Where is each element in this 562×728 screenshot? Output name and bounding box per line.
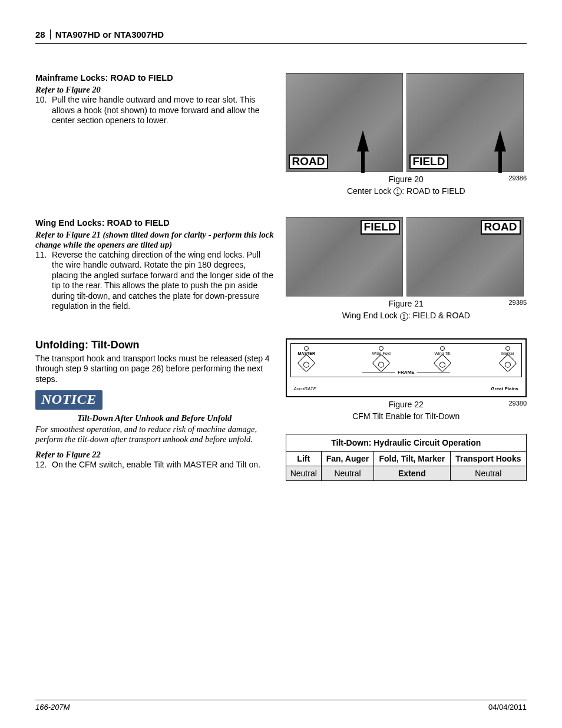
field-label: FIELD: [409, 154, 449, 169]
table-cell: Neutral: [286, 466, 321, 480]
figure-21-photo-field: FIELD: [286, 217, 403, 297]
unfolding-refer: Refer to Figure 22: [35, 450, 274, 460]
road-label: ROAD: [289, 154, 329, 169]
knob-icon: [297, 354, 316, 372]
notice-badge: NOTICE: [35, 390, 103, 410]
caption-prefix: Center Lock: [347, 186, 394, 196]
wingend-heading: Wing End Locks: ROAD to FIELD: [35, 218, 274, 228]
table-header: Fold, Tilt, Marker: [374, 451, 451, 466]
caption-suffix: : ROAD to FIELD: [402, 186, 465, 196]
footer-doc-id: 166-207M: [35, 703, 70, 711]
road-label: ROAD: [481, 220, 521, 235]
table-header: Transport Hooks: [450, 451, 526, 466]
notice-title: Tilt-Down After Unhook and Before Unfold: [35, 413, 274, 423]
caption-prefix: Wing End Lock: [342, 311, 400, 320]
figure-22-diagram: MASTER Wing Fold Wing Tilt: [286, 338, 527, 397]
step-number: 10.: [35, 95, 52, 126]
page-number: 28: [35, 29, 51, 39]
step-10: 10. Pull the wire handle outward and mov…: [35, 95, 274, 126]
unfolding-body: The transport hook and transport locks m…: [35, 354, 274, 385]
step-text: On the CFM switch, enable Tilt with MAST…: [52, 460, 274, 470]
table-header: Fan, Auger: [321, 451, 373, 466]
notice-body: For smoothest operation, and to reduce r…: [35, 424, 274, 445]
step-12: 12. On the CFM switch, enable Tilt with …: [35, 460, 274, 470]
figure-22-caption: Figure 2229380 CFM Tilt Enable for Tilt-…: [286, 400, 527, 421]
switch-wing-fold: Wing Fold: [372, 346, 391, 370]
figure-id: 29386: [508, 174, 527, 182]
circled-number-icon: 1: [394, 187, 402, 196]
left-column: Mainframe Locks: ROAD to FIELD Refer to …: [35, 73, 274, 481]
figure-number: Figure 21: [389, 299, 424, 308]
caption-suffix: : FIELD & ROAD: [408, 311, 470, 320]
figure-number: Figure 20: [389, 174, 424, 184]
step-11: 11. Reverse the catching direction of th…: [35, 250, 274, 312]
step-text: Pull the wire handle outward and move to…: [52, 95, 274, 126]
wingend-refer: Refer to Figure 21 (shown tilted down fo…: [35, 230, 274, 250]
knob-icon: [498, 354, 517, 372]
figure-21-caption: Figure 2129385 Wing End Lock 1: FIELD & …: [286, 299, 527, 320]
switch-wing-tilt: Wing Tilt: [435, 346, 451, 370]
figure-20-photo-road: ROAD: [286, 73, 403, 172]
mainframe-heading: Mainframe Locks: ROAD to FIELD: [35, 73, 274, 83]
knob-icon: [372, 354, 391, 372]
figure-20-images: ROAD FIELD: [286, 73, 527, 172]
arrow-up-icon: [494, 130, 506, 151]
mainframe-refer: Refer to Figure 20: [35, 85, 274, 95]
step-number: 12.: [35, 460, 52, 470]
figure-id: 29385: [508, 299, 527, 306]
figure-21-photo-road: ROAD: [406, 217, 524, 297]
knob-icon: [433, 354, 451, 372]
switch-master: MASTER: [298, 346, 316, 370]
table-cell: Neutral: [321, 466, 373, 480]
figure-20-photo-field: FIELD: [406, 73, 524, 172]
step-text: Reverse the catching direction of the wi…: [52, 250, 274, 312]
footer-date: 04/04/2011: [488, 703, 527, 711]
field-label: FIELD: [361, 220, 400, 235]
brand-right: Great Plains: [491, 386, 518, 391]
table-cell: Neutral: [450, 466, 526, 480]
right-column: ROAD FIELD Figure 2029386 Center Lock 1:…: [286, 73, 527, 481]
arrow-up-icon: [357, 130, 369, 151]
step-number: 11.: [35, 250, 52, 312]
hydraulic-table: Tilt-Down: Hydraulic Circuit Operation L…: [286, 434, 527, 481]
table-row: Neutral Neutral Extend Neutral: [286, 466, 527, 480]
unfolding-heading: Unfolding: Tilt-Down: [35, 339, 274, 351]
page-header: 28 NTA907HD or NTA3007HD: [35, 29, 527, 44]
table-cell: Extend: [374, 466, 451, 480]
model-name: NTA907HD or NTA3007HD: [55, 29, 164, 39]
switch-marker: Marker: [501, 346, 514, 370]
figure-number: Figure 22: [389, 400, 424, 409]
caption-text: CFM Tilt Enable for Tilt-Down: [286, 411, 527, 421]
figure-id: 29380: [508, 400, 527, 407]
figure-20-caption: Figure 2029386 Center Lock 1: ROAD to FI…: [286, 174, 527, 196]
page-footer: 166-207M 04/04/2011: [35, 700, 527, 711]
table-title: Tilt-Down: Hydraulic Circuit Operation: [286, 434, 527, 451]
table-header: Lift: [286, 451, 321, 466]
figure-21-images: FIELD ROAD: [286, 217, 527, 297]
brand-left: AccuRATE: [294, 386, 317, 391]
frame-label: FRAME: [398, 370, 414, 375]
circled-number-icon: 1: [400, 312, 408, 321]
